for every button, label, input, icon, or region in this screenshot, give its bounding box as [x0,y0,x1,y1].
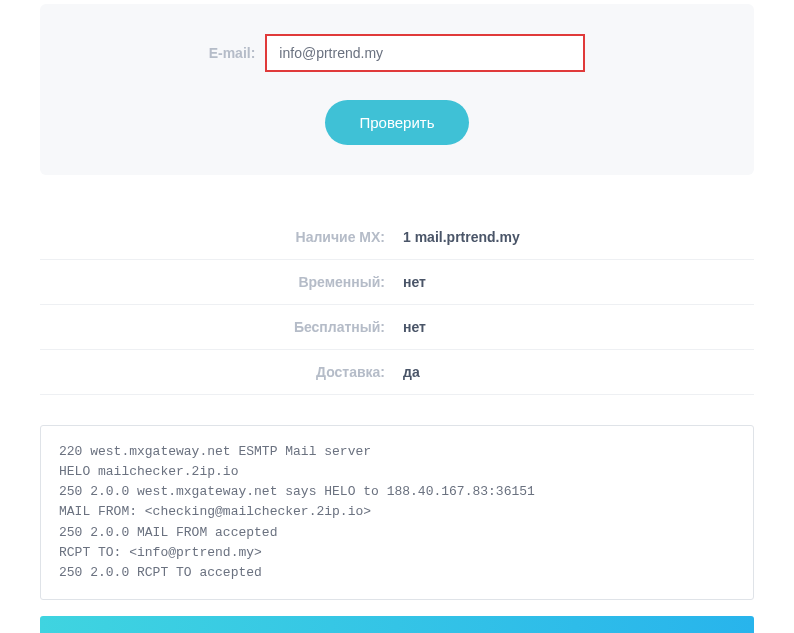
form-row: E-mail: [80,34,714,72]
result-label: Доставка: [40,364,397,380]
result-label: Бесплатный: [40,319,397,335]
result-row-temporary: Временный: нет [40,260,754,305]
result-label: Наличие MX: [40,229,397,245]
result-label: Временный: [40,274,397,290]
result-value: да [397,364,754,380]
result-row-mx: Наличие MX: 1 mail.prtrend.my [40,215,754,260]
check-button[interactable]: Проверить [325,100,468,145]
result-value: 1 mail.prtrend.my [397,229,754,245]
email-input[interactable] [265,34,585,72]
result-value: нет [397,319,754,335]
smtp-log: 220 west.mxgateway.net ESMTP Mail server… [40,425,754,600]
email-label: E-mail: [209,45,256,61]
result-row-free: Бесплатный: нет [40,305,754,350]
results-list: Наличие MX: 1 mail.prtrend.my Временный:… [40,215,754,395]
email-check-form: E-mail: Проверить [40,4,754,175]
result-row-delivery: Доставка: да [40,350,754,395]
email-exists-banner: e-mail существует [40,616,754,633]
result-value: нет [397,274,754,290]
